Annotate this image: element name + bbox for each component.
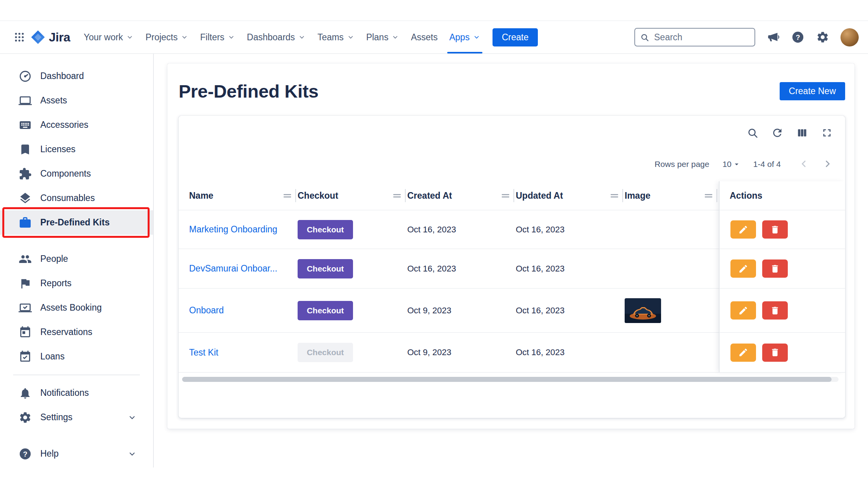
kits-table-card: Rows per page 10 1-4 of 4 Name: [179, 116, 845, 418]
columns-icon[interactable]: [796, 126, 809, 139]
sidebar-item-people[interactable]: People: [0, 247, 153, 271]
sidebar-item-reports[interactable]: Reports: [0, 271, 153, 296]
fullscreen-icon[interactable]: [820, 126, 834, 139]
sidebar-item-components[interactable]: Components: [0, 162, 153, 186]
caret-down-icon: [732, 160, 741, 168]
sidebar-item-loans[interactable]: Loans: [0, 344, 153, 369]
edit-button[interactable]: [730, 301, 756, 320]
svg-text:?: ?: [23, 450, 27, 458]
sidebar-item-notifications[interactable]: Notifications: [0, 381, 153, 405]
column-separator[interactable]: [501, 181, 514, 210]
created-at-cell: Oct 16, 2023: [407, 264, 516, 274]
data-table: Name Checkout Created At Updated At Imag…: [179, 181, 845, 373]
app-switcher-icon[interactable]: [12, 29, 27, 45]
actions-cell: [720, 289, 845, 333]
edit-button[interactable]: [730, 220, 756, 239]
sidebar-item-assets[interactable]: Assets: [0, 88, 153, 113]
checkout-button[interactable]: Checkout: [298, 259, 353, 278]
chevron-down-icon: [347, 33, 355, 41]
search-input[interactable]: [653, 32, 750, 43]
delete-button[interactable]: [762, 301, 788, 320]
nav-your-work[interactable]: Your work: [78, 21, 140, 53]
refresh-icon[interactable]: [771, 126, 784, 139]
next-page-button[interactable]: [821, 158, 834, 171]
column-separator[interactable]: [393, 181, 406, 210]
create-new-button[interactable]: Create New: [780, 82, 845, 100]
created-at-cell: Oct 9, 2023: [407, 347, 516, 357]
delete-button[interactable]: [762, 220, 788, 239]
column-header-updated-at[interactable]: Updated At: [516, 181, 625, 210]
sidebar-item-settings[interactable]: Settings: [0, 405, 153, 430]
kit-name-link[interactable]: Marketing Onboarding: [189, 224, 277, 234]
puzzle-icon: [19, 167, 32, 180]
nav-assets[interactable]: Assets: [405, 21, 443, 53]
column-header-name[interactable]: Name: [189, 181, 298, 210]
chevron-down-icon: [473, 33, 480, 41]
column-header-checkout[interactable]: Checkout: [298, 181, 407, 210]
user-avatar[interactable]: [840, 28, 859, 46]
rows-per-page-select[interactable]: 10: [720, 159, 743, 169]
actions-column: Actions: [719, 181, 845, 373]
help-icon[interactable]: ?: [791, 30, 805, 44]
column-separator[interactable]: [610, 181, 623, 210]
previous-page-button[interactable]: [797, 158, 810, 171]
laptop-icon: [19, 94, 32, 107]
created-at-cell: Oct 9, 2023: [407, 306, 516, 316]
search-icon[interactable]: [746, 126, 759, 139]
chevron-down-icon: [227, 33, 235, 41]
updated-at-cell: Oct 16, 2023: [516, 306, 625, 316]
briefcase-icon: [19, 216, 32, 229]
calendar-icon: [19, 326, 32, 339]
search-box: [634, 28, 755, 46]
column-header-image[interactable]: Image: [625, 181, 719, 210]
sidebar-item-reservations[interactable]: Reservations: [0, 320, 153, 344]
updated-at-cell: Oct 16, 2023: [516, 225, 625, 235]
announcement-icon[interactable]: [766, 30, 780, 44]
nav-filters[interactable]: Filters: [194, 21, 241, 53]
sidebar-item-accessories[interactable]: Accessories: [0, 113, 153, 137]
edit-button[interactable]: [730, 259, 756, 278]
delete-button[interactable]: [762, 259, 788, 278]
kit-name-link[interactable]: Onboard: [189, 305, 224, 315]
nav-dashboards[interactable]: Dashboards: [241, 21, 312, 53]
primary-navigation: Your work Projects Filters Dashboards Te…: [78, 21, 486, 53]
column-separator[interactable]: [704, 181, 717, 210]
create-button[interactable]: Create: [493, 28, 538, 46]
sidebar-item-licenses[interactable]: Licenses: [0, 137, 153, 162]
delete-button[interactable]: [762, 344, 788, 362]
main-area: Pre-Defined Kits Create New Rows per pag…: [154, 54, 868, 488]
actions-cell: [720, 249, 845, 289]
kit-name-link[interactable]: DevSamurai Onboar...: [189, 263, 277, 273]
page-title: Pre-Defined Kits: [179, 81, 319, 102]
trash-icon: [770, 225, 780, 235]
sidebar-item-pre-defined-kits[interactable]: Pre-Defined Kits: [0, 210, 153, 235]
column-separator[interactable]: [283, 181, 296, 210]
sidebar-item-help[interactable]: ? Help: [0, 442, 153, 466]
horizontal-scrollbar[interactable]: [182, 377, 832, 382]
chevron-down-icon: [127, 449, 137, 459]
checkout-button[interactable]: Checkout: [298, 301, 353, 320]
help-icon: ?: [19, 447, 32, 461]
pencil-icon: [738, 347, 748, 357]
sidebar-item-dashboard[interactable]: Dashboard: [0, 64, 153, 88]
calendar-check-icon: [19, 350, 32, 363]
sidebar-item-consumables[interactable]: Consumables: [0, 186, 153, 210]
kit-name-link[interactable]: Test Kit: [189, 347, 218, 357]
nav-apps[interactable]: Apps: [443, 21, 486, 53]
kit-image-thumbnail: [625, 298, 661, 323]
nav-plans[interactable]: Plans: [360, 21, 405, 53]
gear-icon: [19, 411, 32, 424]
checkout-button[interactable]: Checkout: [298, 220, 353, 239]
nav-teams[interactable]: Teams: [312, 21, 360, 53]
bookmark-icon: [19, 143, 32, 156]
chevron-down-icon: [391, 33, 399, 41]
sidebar-spacer: [0, 235, 153, 247]
sidebar-item-assets-booking[interactable]: Assets Booking: [0, 296, 153, 320]
nav-projects[interactable]: Projects: [140, 21, 194, 53]
column-header-created-at[interactable]: Created At: [407, 181, 516, 210]
sidebar: Dashboard Assets Accessories Licenses Co…: [0, 54, 154, 467]
gear-icon[interactable]: [816, 30, 830, 44]
created-at-cell: Oct 16, 2023: [407, 225, 516, 235]
edit-button[interactable]: [730, 344, 756, 362]
jira-logo[interactable]: Jira: [30, 29, 70, 45]
